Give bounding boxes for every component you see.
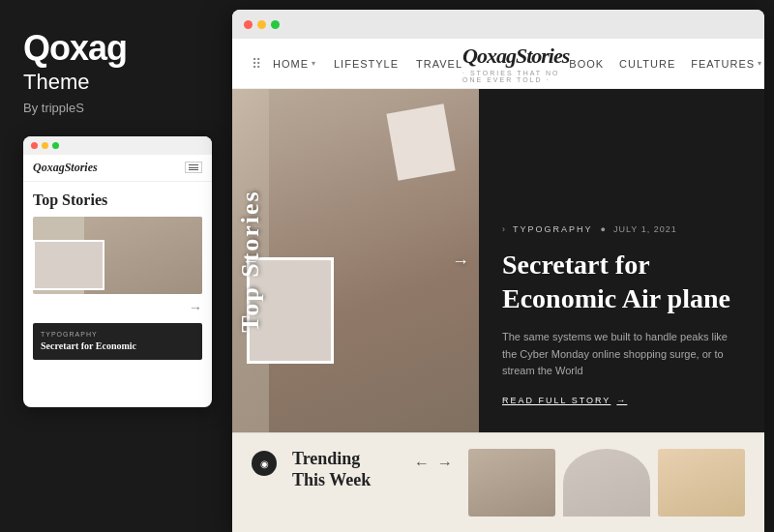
mini-browser-preview: QoxagStories Top Stories → Typography Se… xyxy=(23,136,212,407)
browser-top-bar xyxy=(232,10,764,39)
story-dot: ● xyxy=(601,224,606,234)
mini-dot-green xyxy=(52,142,59,149)
mini-arrow-icon: → xyxy=(33,300,202,315)
browser-dot-green xyxy=(271,20,280,29)
browser-dot-yellow xyxy=(257,20,266,29)
nav-right-links: BOOK CULTURE FEATURES ▾ 🔍 xyxy=(569,56,764,71)
trending-heading-line2: This Week xyxy=(292,470,371,489)
nav-logo[interactable]: QoxagStories xyxy=(462,44,569,69)
mini-top-bar xyxy=(23,136,212,155)
story-meta: › TYPOGRAPHY ● JULY 1, 2021 xyxy=(502,224,741,234)
story-category: TYPOGRAPHY xyxy=(513,224,593,234)
read-more-arrow: → xyxy=(616,396,627,405)
mini-heading: Top Stories xyxy=(33,192,202,209)
app-author: By trippleS xyxy=(23,101,209,115)
nav-logo-center: QoxagStories · STORIES THAT NO ONE EVER … xyxy=(462,44,569,83)
hero-main-image xyxy=(232,89,479,432)
mini-article-card: Typography Secretart for Economic xyxy=(33,323,202,360)
story-title: Secretart for Economic Air plane xyxy=(502,248,741,315)
home-chevron-icon: ▾ xyxy=(312,59,316,68)
nav-travel-link[interactable]: TRAVEL xyxy=(416,58,462,70)
browser-window: ⠿ HOME ▾ LIFESTYLE TRAVEL QoxagStories ·… xyxy=(232,10,764,532)
hero-prev-arrow[interactable]: ← xyxy=(242,251,259,271)
trending-heading: Trending This Week xyxy=(292,449,399,490)
trending-heading-line1: Trending xyxy=(292,449,360,468)
nav-features-label: FEATURES xyxy=(691,58,755,70)
nav-book-link[interactable]: BOOK xyxy=(569,58,604,70)
trending-section: ◉ Trending This Week ← → xyxy=(232,432,764,532)
trending-image-3 xyxy=(658,449,745,517)
story-card-dark: › TYPOGRAPHY ● JULY 1, 2021 Secretart fo… xyxy=(479,89,764,432)
mini-dot-red xyxy=(31,142,38,149)
mini-nav: QoxagStories xyxy=(23,155,212,182)
mini-content: Top Stories → Typography Secretart for E… xyxy=(23,182,212,369)
trending-image-1 xyxy=(468,449,555,517)
mini-article-tag: Typography xyxy=(41,331,194,338)
top-stories-area: Top Stories ← → xyxy=(232,89,479,432)
app-title: Qoxag xyxy=(23,29,209,68)
trending-image-2 xyxy=(563,449,650,517)
trending-icon: ◉ xyxy=(252,451,277,476)
sidebar: Qoxag Theme By trippleS QoxagStories Top… xyxy=(0,0,232,532)
trending-next-arrow[interactable]: → xyxy=(437,455,453,472)
nav-home-label: HOME xyxy=(273,58,309,70)
nav-home-link[interactable]: HOME ▾ xyxy=(273,58,316,70)
read-more-label: READ FULL STORY xyxy=(502,396,610,405)
mini-flower-image xyxy=(33,240,104,290)
trending-images xyxy=(468,449,745,517)
read-more-link[interactable]: READ FULL STORY → xyxy=(502,396,741,405)
hero-next-arrow[interactable]: → xyxy=(452,251,469,271)
hero-book-image xyxy=(386,103,455,180)
nav-features-link[interactable]: FEATURES ▾ xyxy=(691,58,762,70)
story-date: JULY 1, 2021 xyxy=(613,224,677,234)
hero-section: Top Stories ← → › TYPOGRAPHY ● JULY 1, 2… xyxy=(232,89,764,432)
nav-lifestyle-link[interactable]: LIFESTYLE xyxy=(334,58,399,70)
trending-prev-arrow[interactable]: ← xyxy=(414,455,430,472)
nav-tagline: · STORIES THAT NO ONE EVER TOLD · xyxy=(462,70,569,83)
nav-culture-link[interactable]: CULTURE xyxy=(619,58,675,70)
grid-icon[interactable]: ⠿ xyxy=(252,56,261,72)
mini-logo: QoxagStories xyxy=(33,161,98,175)
app-subtitle: Theme xyxy=(23,70,209,95)
mini-hero-image xyxy=(33,217,202,294)
mini-article-title: Secretart for Economic xyxy=(41,340,194,352)
trending-nav: ← → xyxy=(414,455,453,472)
trending-text: Trending This Week xyxy=(292,449,399,490)
site-navbar: ⠿ HOME ▾ LIFESTYLE TRAVEL QoxagStories ·… xyxy=(232,39,764,89)
mini-dot-yellow xyxy=(42,142,48,149)
features-chevron-icon: ▾ xyxy=(758,59,762,68)
mini-hamburger-icon xyxy=(185,162,202,173)
nav-left-links: HOME ▾ LIFESTYLE TRAVEL xyxy=(273,58,462,70)
story-body: The same systems we built to handle peak… xyxy=(502,329,741,380)
category-chevron-icon: › xyxy=(502,224,505,234)
browser-dot-red xyxy=(244,20,253,29)
